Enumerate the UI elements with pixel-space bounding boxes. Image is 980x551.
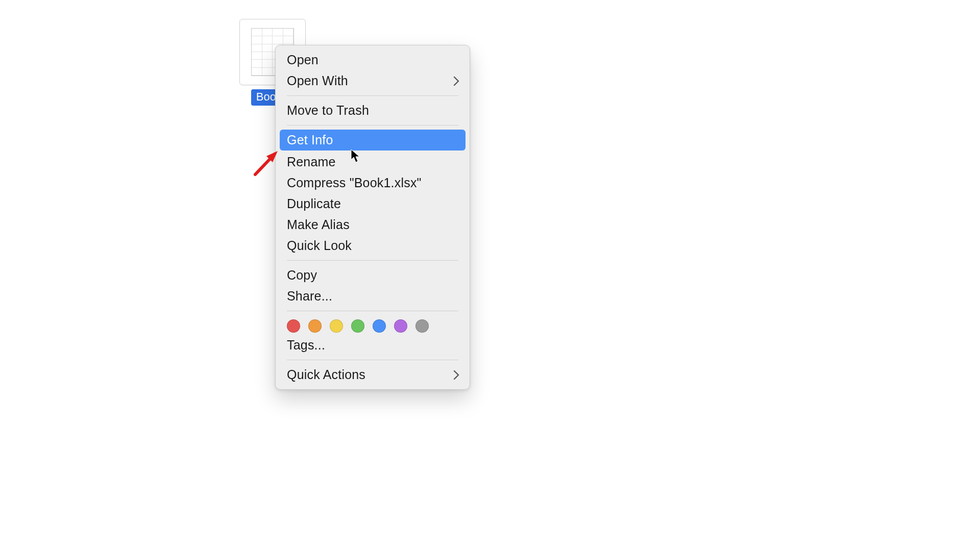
menu-item-get-info[interactable]: Get Info	[280, 130, 465, 151]
menu-item-label: Quick Actions	[287, 367, 365, 382]
chevron-right-icon	[453, 370, 459, 380]
menu-item-label: Make Alias	[287, 217, 350, 232]
menu-separator	[287, 95, 458, 96]
menu-item-label: Quick Look	[287, 238, 352, 253]
menu-separator	[287, 311, 458, 311]
menu-item-tags[interactable]: Tags...	[276, 335, 470, 356]
tag-dot-yellow[interactable]	[330, 319, 343, 333]
tag-dot-gray[interactable]	[415, 319, 429, 333]
menu-item-copy[interactable]: Copy	[276, 265, 470, 286]
menu-item-quick-actions[interactable]: Quick Actions	[276, 364, 470, 385]
tag-dot-green[interactable]	[351, 319, 364, 333]
context-menu: Open Open With Move to Trash Get Info Re…	[275, 45, 470, 390]
menu-item-label: Rename	[287, 155, 336, 169]
tag-dot-orange[interactable]	[308, 319, 322, 333]
tag-dot-purple[interactable]	[394, 319, 407, 333]
menu-item-compress[interactable]: Compress "Book1.xlsx"	[276, 172, 470, 193]
menu-item-label: Get Info	[287, 133, 333, 147]
menu-item-rename[interactable]: Rename	[276, 152, 470, 172]
menu-separator	[287, 360, 458, 360]
svg-line-0	[255, 154, 275, 174]
menu-item-label: Tags...	[287, 338, 325, 352]
menu-separator	[287, 125, 458, 126]
chevron-right-icon	[453, 77, 459, 86]
menu-item-label: Share...	[287, 289, 332, 303]
tag-dot-blue[interactable]	[373, 319, 386, 333]
menu-item-label: Open With	[287, 73, 348, 88]
menu-item-label: Copy	[287, 268, 317, 282]
menu-item-quick-look[interactable]: Quick Look	[276, 235, 470, 256]
menu-item-share[interactable]: Share...	[276, 286, 470, 307]
menu-item-open[interactable]: Open	[276, 49, 470, 70]
menu-item-duplicate[interactable]: Duplicate	[276, 193, 470, 214]
menu-item-make-alias[interactable]: Make Alias	[276, 214, 470, 235]
menu-item-label: Duplicate	[287, 196, 341, 211]
menu-item-label: Open	[287, 53, 318, 67]
tag-dot-red[interactable]	[287, 319, 300, 333]
menu-item-open-with[interactable]: Open With	[276, 70, 470, 91]
menu-item-label: Compress "Book1.xlsx"	[287, 176, 422, 190]
tag-color-row	[276, 315, 470, 335]
menu-item-move-to-trash[interactable]: Move to Trash	[276, 100, 470, 121]
menu-item-label: Move to Trash	[287, 103, 369, 117]
menu-separator	[287, 260, 458, 261]
